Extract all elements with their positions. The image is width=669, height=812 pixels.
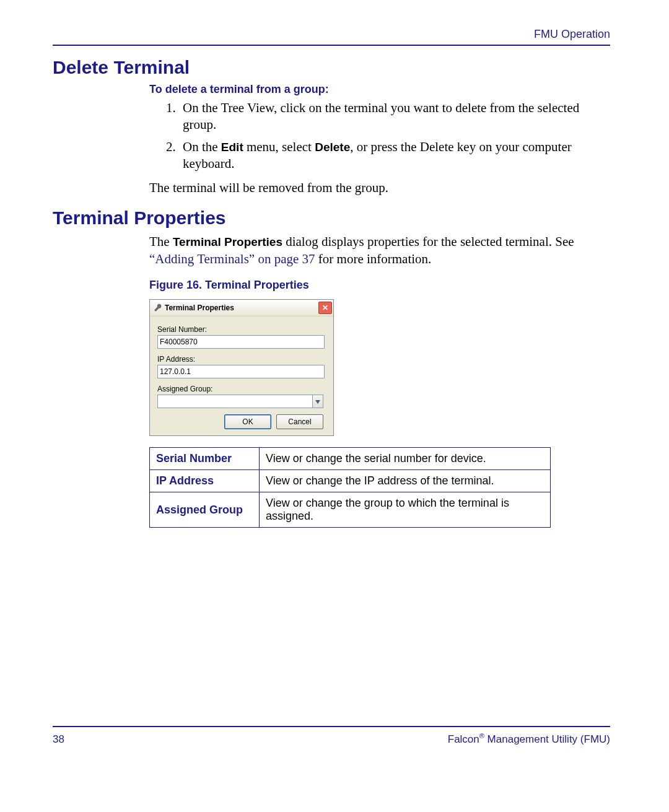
header-rule bbox=[53, 45, 610, 46]
table-row: Assigned Group View or change the group … bbox=[150, 492, 551, 528]
page-footer: 38 Falcon® Management Utility (FMU) bbox=[53, 726, 610, 746]
product-name: Falcon® Management Utility (FMU) bbox=[448, 732, 610, 746]
step-2-mid: menu, select bbox=[243, 139, 315, 154]
tp-intro-mid: dialog displays properties for the selec… bbox=[282, 234, 574, 249]
prop-desc-serial: View or change the serial number for dev… bbox=[260, 448, 551, 470]
serial-number-label: Serial Number: bbox=[157, 325, 326, 334]
wrench-icon bbox=[154, 303, 162, 312]
assigned-group-label: Assigned Group: bbox=[157, 385, 326, 393]
delete-result-text: The terminal will be removed from the gr… bbox=[149, 180, 610, 196]
edit-menu-label: Edit bbox=[221, 141, 243, 154]
ip-address-label: IP Address: bbox=[157, 355, 326, 364]
step-2-pre: On the bbox=[183, 139, 221, 154]
step-1: On the Tree View, click on the terminal … bbox=[179, 100, 610, 134]
dialog-title: Terminal Properties bbox=[165, 303, 234, 312]
prop-key-group: Assigned Group bbox=[150, 492, 260, 528]
assigned-group-dropdown-button[interactable] bbox=[312, 395, 323, 408]
table-row: Serial Number View or change the serial … bbox=[150, 448, 551, 470]
page-number: 38 bbox=[53, 733, 64, 746]
heading-delete-terminal: Delete Terminal bbox=[53, 57, 610, 78]
prop-desc-ip: View or change the IP address of the ter… bbox=[260, 470, 551, 492]
heading-terminal-properties: Terminal Properties bbox=[53, 207, 610, 229]
cancel-button[interactable]: Cancel bbox=[276, 414, 323, 429]
subheading-delete: To delete a terminal from a group: bbox=[149, 83, 610, 96]
assigned-group-combo[interactable] bbox=[157, 395, 323, 408]
terminal-properties-dialog: Terminal Properties ✕ Serial Number: IP … bbox=[149, 299, 334, 436]
prop-key-ip: IP Address bbox=[150, 470, 260, 492]
dialog-titlebar: Terminal Properties ✕ bbox=[150, 300, 333, 317]
serial-number-input[interactable] bbox=[157, 335, 325, 349]
chevron-down-icon bbox=[315, 397, 320, 406]
ok-button[interactable]: OK bbox=[224, 414, 271, 429]
properties-table: Serial Number View or change the serial … bbox=[149, 447, 551, 528]
assigned-group-input[interactable] bbox=[157, 395, 312, 408]
page-header: FMU Operation bbox=[53, 28, 610, 45]
product-pre: Falcon bbox=[448, 733, 479, 745]
tp-intro-pre: The bbox=[149, 234, 173, 249]
product-post: Management Utility (FMU) bbox=[484, 733, 610, 745]
table-row: IP Address View or change the IP address… bbox=[150, 470, 551, 492]
close-icon: ✕ bbox=[322, 304, 328, 312]
close-button[interactable]: ✕ bbox=[318, 302, 332, 314]
step-2: On the Edit menu, select Delete, or pres… bbox=[179, 139, 610, 173]
prop-desc-group: View or change the group to which the te… bbox=[260, 492, 551, 528]
delete-steps-list: On the Tree View, click on the terminal … bbox=[149, 100, 610, 172]
terminal-properties-intro: The Terminal Properties dialog displays … bbox=[149, 234, 610, 268]
xref-adding-terminals[interactable]: “Adding Terminals” on page 37 bbox=[149, 251, 315, 266]
registered-mark: ® bbox=[479, 732, 484, 740]
prop-key-serial: Serial Number bbox=[150, 448, 260, 470]
figure-caption: Figure 16. Terminal Properties bbox=[149, 279, 610, 292]
tp-intro-post: for more information. bbox=[315, 251, 432, 266]
tp-bold: Terminal Properties bbox=[173, 235, 282, 248]
delete-menu-label: Delete bbox=[315, 141, 350, 154]
ip-address-input[interactable] bbox=[157, 365, 325, 378]
